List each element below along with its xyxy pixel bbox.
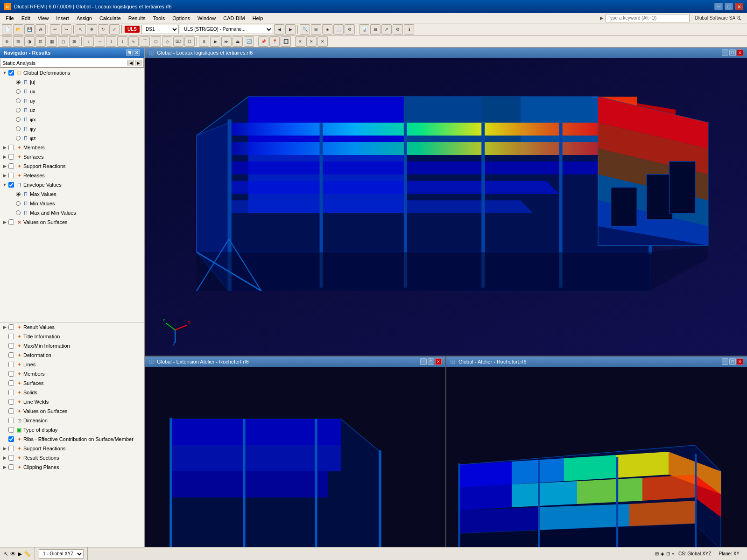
navigator-tree[interactable]: ▼ ⬡ Global Deformations Π |u| Π ux Π: [0, 68, 144, 547]
tree-item-result-sections[interactable]: ▶ ✦ Result Sections: [0, 453, 144, 462]
cb-surfaces[interactable]: [8, 154, 14, 160]
tree-item-max-values[interactable]: Π Max Values: [0, 189, 144, 199]
open-btn[interactable]: 📂: [13, 24, 23, 35]
tree-item-global-deformations[interactable]: ▼ ⬡ Global Deformations: [0, 68, 144, 77]
menu-results[interactable]: Results: [125, 14, 149, 22]
cb-solids[interactable]: [8, 390, 14, 395]
t2-btn19[interactable]: ▶: [210, 36, 220, 47]
cb-global-deformations[interactable]: [8, 70, 14, 76]
toggle-members[interactable]: ▶: [2, 145, 7, 150]
tree-item-support-reactions[interactable]: ▶ ✦ Support Reactions: [0, 161, 144, 171]
status-icon4[interactable]: ⌖: [672, 551, 675, 557]
vp-bl-restore[interactable]: □: [428, 358, 434, 365]
cb-support-reactions2[interactable]: [8, 446, 14, 451]
toggle-result-values[interactable]: ▶: [2, 324, 7, 330]
nav-next-btn[interactable]: ▶: [135, 60, 141, 66]
tree-item-max-min-values[interactable]: Π Max and Min Values: [0, 208, 144, 217]
tree-item-max-min-info[interactable]: ▶ ✦ Max/Min Information: [0, 341, 144, 350]
t2-btn14[interactable]: ⬡: [151, 36, 161, 47]
t2-btn6[interactable]: ◻: [58, 36, 68, 47]
t2-btn23[interactable]: 📌: [258, 36, 268, 47]
t2-btn9[interactable]: ↔: [95, 36, 105, 47]
undo-btn[interactable]: ↩: [50, 24, 60, 35]
tree-item-lines[interactable]: ▶ ✦ Lines: [0, 360, 144, 369]
nav-prev-btn[interactable]: ◀: [127, 60, 134, 66]
radio-max-min-values[interactable]: [16, 210, 21, 215]
t2-btn21[interactable]: ⏏: [233, 36, 243, 47]
tree-item-ux[interactable]: Π ux: [0, 87, 144, 96]
t2-btn3[interactable]: ◑: [24, 36, 35, 47]
cb-members2[interactable]: [8, 371, 14, 377]
status-icon3[interactable]: ⊡: [666, 551, 670, 556]
status-pointer-icon[interactable]: ↖: [4, 551, 8, 557]
toggle-result-sections[interactable]: ▶: [2, 455, 7, 461]
tree-item-clipping-planes[interactable]: ▶ ✦ Clipping Planes: [0, 462, 144, 472]
vp-bl-minimize[interactable]: ─: [420, 358, 427, 365]
redo-btn[interactable]: ↪: [61, 24, 71, 35]
vp-top-close[interactable]: ✕: [737, 49, 743, 56]
tree-item-releases[interactable]: ▶ ✦ Releases: [0, 171, 144, 180]
cb-title-info[interactable]: [8, 334, 14, 339]
cb-result-sections[interactable]: [8, 455, 14, 461]
toggle-releases[interactable]: ▶: [2, 173, 7, 178]
tree-item-values-on-surfaces[interactable]: ▶ ✕ Values on Surfaces: [0, 217, 144, 227]
front-btn[interactable]: ⬜: [333, 24, 344, 35]
menu-file[interactable]: File: [2, 14, 18, 22]
cb-dimension[interactable]: [8, 418, 14, 423]
menu-options[interactable]: Options: [169, 14, 194, 22]
tree-item-u-abs[interactable]: Π |u|: [0, 77, 144, 87]
tree-item-support-reactions2[interactable]: ▶ ✦ Support Reactions: [0, 444, 144, 453]
tree-item-members[interactable]: ▶ ✦ Members: [0, 143, 144, 152]
cb-support-reactions[interactable]: [8, 163, 14, 169]
tree-item-min-values[interactable]: Π Min Values: [0, 199, 144, 208]
cb-line-welds[interactable]: [8, 399, 14, 405]
cb-envelope-values[interactable]: [8, 182, 14, 188]
tree-item-envelope-values[interactable]: ▼ Π Envelope Values: [0, 180, 144, 189]
prev-load-btn[interactable]: ◀: [274, 24, 284, 35]
cb-result-values[interactable]: [8, 324, 14, 330]
cb-type-of-display[interactable]: [8, 427, 14, 433]
t2-btn25[interactable]: 🔲: [281, 36, 291, 47]
tree-item-phiy[interactable]: Π φy: [0, 124, 144, 133]
toggle-global-deformations[interactable]: ▼: [2, 70, 7, 76]
info-btn[interactable]: ℹ: [404, 24, 414, 35]
t2-btn16[interactable]: ⌦: [173, 36, 183, 47]
print-btn[interactable]: 🖨: [35, 24, 46, 35]
tree-item-line-welds[interactable]: ▶ ✦ Line Welds: [0, 397, 144, 406]
status-viewport-combo[interactable]: 1 - Global XYZ: [39, 549, 84, 559]
t2-btn12[interactable]: ∿: [128, 36, 139, 47]
tree-item-surfaces[interactable]: ▶ ✦ Surfaces: [0, 152, 144, 161]
radio-phiy[interactable]: [16, 126, 21, 131]
fit-btn[interactable]: ⊞: [311, 24, 321, 35]
t2-btn18[interactable]: ⏸: [199, 36, 209, 47]
menu-cad-bim[interactable]: CAD-BIM: [219, 14, 248, 22]
tree-item-members2[interactable]: ▶ ✦ Members: [0, 369, 144, 378]
t2-btn24[interactable]: 📍: [269, 36, 280, 47]
toggle-support-reactions[interactable]: ▶: [2, 163, 7, 169]
radio-phiz[interactable]: [16, 136, 21, 140]
tree-item-ribs[interactable]: ▶ ✦ Ribs - Effective Contribution on Sur…: [0, 434, 144, 444]
minimize-button[interactable]: ─: [714, 3, 723, 10]
status-eye-icon[interactable]: 👁: [10, 551, 16, 557]
ds-combo[interactable]: DS1: [141, 25, 179, 34]
status-icon1[interactable]: ⊞: [655, 551, 659, 556]
t2-btn4[interactable]: ⊡: [35, 36, 46, 47]
view3d-btn[interactable]: ◈: [322, 24, 332, 35]
t2-btn28[interactable]: ✕: [317, 36, 328, 47]
menu-window[interactable]: Window: [194, 14, 219, 22]
new-btn[interactable]: 📄: [2, 24, 12, 35]
vp-bl-close[interactable]: ✕: [435, 358, 442, 365]
nav-float-btn[interactable]: ⊞: [126, 49, 133, 56]
cb-lines[interactable]: [8, 362, 14, 367]
restore-button[interactable]: □: [725, 3, 733, 10]
vp-top-restore[interactable]: □: [729, 49, 736, 56]
zoom-btn[interactable]: 🔍: [300, 24, 310, 35]
cb-surfaces2[interactable]: [8, 380, 14, 386]
vp-top-minimize[interactable]: ─: [722, 49, 728, 56]
rotate-btn[interactable]: ↻: [98, 24, 108, 35]
toggle-surfaces[interactable]: ▶: [2, 154, 7, 160]
t2-btn13[interactable]: ⌒: [140, 36, 150, 47]
toggle-envelope-values[interactable]: ▼: [2, 182, 7, 188]
menu-tools[interactable]: Tools: [149, 14, 169, 22]
cb-max-min-info[interactable]: [8, 343, 14, 349]
